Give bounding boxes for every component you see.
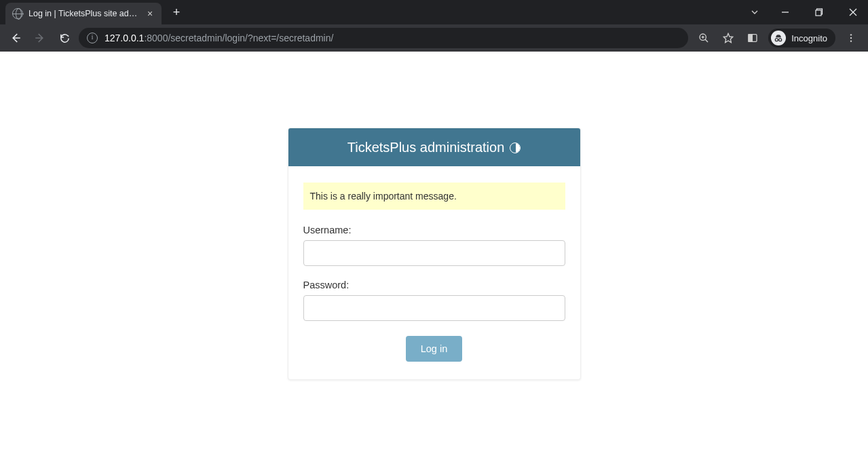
window-controls [743, 0, 868, 24]
forward-button[interactable] [30, 28, 50, 48]
site-info-icon[interactable] [87, 33, 98, 43]
tab-strip: Log in | TicketsPlus site admin × + [0, 0, 868, 24]
window-close-button[interactable] [838, 2, 868, 22]
login-button[interactable]: Log in [406, 336, 463, 362]
tab-search-icon[interactable] [743, 7, 766, 18]
browser-toolbar: 127.0.0.1:8000/secretadmin/login/?next=/… [0, 24, 868, 52]
window-minimize-button[interactable] [770, 2, 800, 22]
svg-rect-2 [816, 10, 821, 16]
username-input[interactable] [303, 240, 565, 266]
password-input[interactable] [303, 295, 565, 321]
svg-point-15 [850, 34, 852, 35]
page-viewport: TicketsPlus administration This is a rea… [0, 52, 868, 475]
card-body: This is a really important message. User… [288, 166, 580, 379]
kebab-menu-icon[interactable] [839, 28, 863, 48]
incognito-label: Incognito [791, 33, 827, 43]
submit-row: Log in [303, 336, 565, 362]
svg-point-13 [779, 39, 782, 41]
password-label: Password: [303, 280, 565, 290]
address-bar[interactable]: 127.0.0.1:8000/secretadmin/login/?next=/… [79, 28, 688, 48]
card-header: TicketsPlus administration [288, 128, 580, 166]
globe-icon [12, 8, 23, 19]
bookmark-icon[interactable] [717, 28, 740, 48]
incognito-icon [771, 31, 786, 45]
username-row: Username: [303, 225, 565, 266]
theme-toggle-icon[interactable] [510, 142, 521, 153]
new-tab-button[interactable]: + [167, 3, 186, 22]
side-panel-icon[interactable] [741, 28, 764, 48]
tab-close-icon[interactable]: × [145, 9, 155, 18]
toolbar-right-icons: Incognito [692, 28, 863, 48]
svg-marker-9 [724, 33, 733, 42]
svg-point-12 [776, 39, 778, 41]
incognito-indicator[interactable]: Incognito [768, 28, 835, 48]
login-card: TicketsPlus administration This is a rea… [288, 128, 581, 380]
zoom-icon[interactable] [692, 28, 715, 48]
svg-line-6 [705, 39, 708, 42]
url-text: 127.0.0.1:8000/secretadmin/login/?next=/… [105, 33, 333, 43]
admin-message: This is a really important message. [303, 183, 565, 210]
tab-title: Log in | TicketsPlus site admin [29, 9, 140, 18]
url-path: :8000/secretadmin/login/?next=/secretadm… [144, 33, 333, 43]
browser-tab[interactable]: Log in | TicketsPlus site admin × [5, 3, 162, 24]
window-maximize-button[interactable] [804, 2, 834, 22]
svg-rect-11 [749, 35, 752, 42]
url-host: 127.0.0.1 [105, 33, 144, 43]
header-title: TicketsPlus administration [347, 140, 505, 155]
back-button[interactable] [5, 28, 26, 48]
username-label: Username: [303, 225, 565, 235]
svg-point-17 [850, 40, 852, 41]
browser-chrome: Log in | TicketsPlus site admin × + [0, 0, 868, 52]
password-row: Password: [303, 280, 565, 321]
reload-button[interactable] [54, 28, 75, 48]
svg-point-16 [850, 37, 852, 39]
